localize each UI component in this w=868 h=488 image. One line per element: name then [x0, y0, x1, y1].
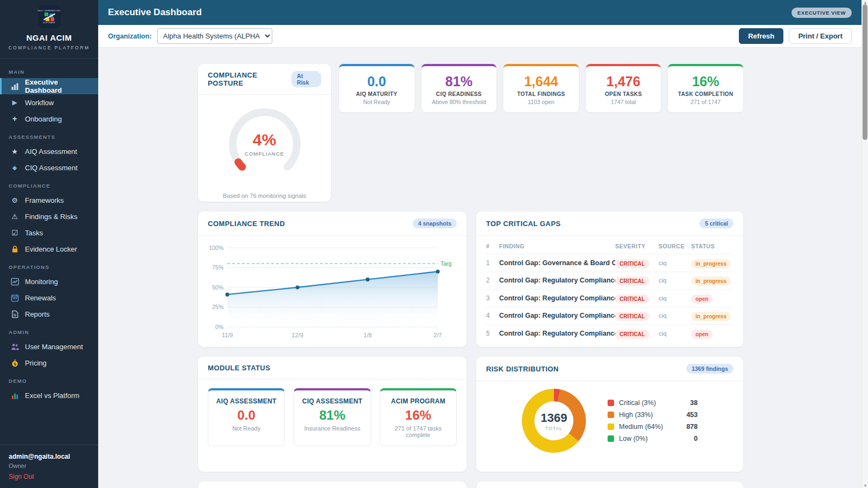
source-cell: ciq [659, 295, 691, 301]
sidebar-item-label: Frameworks [25, 196, 64, 204]
dashboard-icon [10, 82, 19, 91]
sidebar-item-workflow[interactable]: ▶Workflow [0, 94, 98, 111]
findings-warning-icon: ⚠ [10, 212, 19, 221]
below-fold-card-left [198, 481, 467, 488]
legend-label: Low (0%) [619, 435, 678, 442]
sidebar-item-aiq-assessment[interactable]: ★AIQ Assessment [0, 143, 98, 159]
sidebar-item-executive-dashboard[interactable]: Executive Dashboard [0, 78, 98, 94]
legend-value: 878 [682, 423, 698, 431]
sidebar-item-frameworks[interactable]: ⚙Frameworks [0, 192, 98, 208]
sidebar-item-ciq-assessment[interactable]: ◆CIQ Assessment [0, 159, 98, 176]
row-number: 4 [486, 312, 499, 319]
sidebar-item-user-management[interactable]: User Management [0, 338, 98, 355]
sign-out-link[interactable]: Sign Out [9, 473, 90, 480]
logo-top-text: NEXT GENERATIONS [38, 10, 61, 12]
sidebar-item-evidence-locker[interactable]: Evidence Locker [0, 241, 98, 257]
sidebar-item-label: AIQ Assessment [25, 147, 77, 156]
onboarding-plus-icon: + [10, 114, 19, 123]
stat-subtext: 1103 open [528, 99, 554, 105]
sidebar-item-label: Monitoring [25, 278, 58, 286]
sidebar-item-monitoring[interactable]: Monitoring [0, 273, 98, 290]
risk-title: RISK DISTRIBUTION [486, 365, 559, 373]
stat-subtext: Above 80% threshold [432, 99, 486, 105]
compliance-gauge: 4% COMPLIANCE [224, 102, 305, 184]
stat-card-aiq-maturity: 0.0AIQ MATURITYNot Ready [339, 64, 414, 112]
sidebar-footer: admin@ngaita.local Owner Sign Out [0, 445, 98, 488]
legend-swatch [608, 435, 614, 442]
logo-bottom-text: SOFTWARE [43, 22, 55, 24]
organization-select[interactable]: Alpha Health Systems (ALPHA) [157, 28, 272, 44]
svg-text:0%: 0% [215, 324, 224, 330]
risk-legend: Critical (3%)38High (33%)453Medium (64%)… [608, 399, 698, 442]
column-header-status: STATUS [691, 243, 733, 249]
status-cell: open [691, 293, 733, 303]
stat-card-open-tasks: 1,476OPEN TASKS1747 total [586, 64, 661, 112]
module-title: ACIM PROGRAM [384, 397, 453, 405]
stat-subtext: Not Ready [363, 99, 390, 105]
sidebar-item-label: Executive Dashboard [25, 78, 90, 94]
table-header-row: #FINDINGSEVERITYSOURCESTATUS [486, 238, 733, 254]
scrollbar-up-arrow[interactable]: ▲ [862, 1, 868, 4]
scrollbar-thumb[interactable] [863, 4, 867, 140]
sidebar-item-onboarding[interactable]: +Onboarding [0, 111, 98, 127]
top-header: Executive Dashboard EXECUTIVE VIEW [98, 0, 861, 25]
refresh-button[interactable]: Refresh [739, 28, 783, 44]
table-row[interactable]: 5Control Gap: Regulatory ComplianceCRITI… [486, 325, 733, 343]
sidebar-section-demo: DEMO [0, 371, 98, 387]
excel-chart-icon [10, 391, 19, 400]
print-export-button[interactable]: Print / Export [789, 28, 852, 44]
stat-subtext: 1747 total [611, 99, 636, 105]
module-subcard-ciq-assessment: CIQ ASSESSMENT81%Insurance Readiness [293, 388, 371, 446]
sidebar-item-label: User Management [25, 343, 83, 351]
gaps-title: TOP CRITICAL GAPS [486, 220, 561, 228]
stat-value: 1,644 [524, 74, 558, 89]
severity-badge: CRITICAL [615, 330, 649, 339]
risk-distribution-card: RISK DISTRIBUTION 1369 findings 1369 TOT… [476, 357, 743, 472]
table-row[interactable]: 2Control Gap: Regulatory ComplianceCRITI… [486, 272, 733, 290]
sidebar-item-label: Excel vs Platform [25, 391, 79, 400]
scrollbar-down-arrow[interactable]: ▼ [862, 484, 868, 487]
module-subtext: Insurance Readiness [297, 425, 367, 432]
stat-label: TOTAL FINDINGS [517, 91, 565, 97]
risk-total-label: TOTAL [545, 426, 563, 431]
stat-cards-row: 0.0AIQ MATURITYNot Ready81%CIQ READINESS… [339, 64, 743, 202]
table-row[interactable]: 4Control Gap: Regulatory ComplianceCRITI… [486, 307, 733, 325]
severity-cell: CRITICAL [615, 293, 659, 303]
sidebar-item-pricing[interactable]: $Pricing [0, 355, 98, 371]
frameworks-gear-icon: ⚙ [10, 196, 19, 204]
sidebar-section-admin: ADMIN [0, 322, 98, 338]
sidebar-item-renewals[interactable]: Renewals [0, 290, 98, 306]
stat-card-task-completion: 16%TASK COMPLETION271 of 1747 [668, 64, 743, 112]
module-subcard-acim-program: ACIM PROGRAM16%271 of 1747 tasks complet… [380, 388, 457, 446]
sidebar-item-tasks[interactable]: ☑Tasks [0, 224, 98, 241]
stat-label: TASK COMPLETION [678, 91, 733, 97]
critical-gaps-table: #FINDINGSEVERITYSOURCESTATUS1Control Gap… [476, 236, 743, 343]
brand-title: NGAI ACIM [27, 33, 72, 42]
svg-text:25%: 25% [212, 304, 224, 310]
legend-value: 38 [682, 399, 698, 407]
brand-subtitle: COMPLIANCE PLATFORM [9, 45, 90, 50]
top-critical-gaps-card: TOP CRITICAL GAPS 5 critical #FINDINGSEV… [476, 211, 743, 347]
star-icon: ★ [10, 147, 19, 156]
page-scrollbar[interactable]: ▲ ▼ [861, 0, 868, 488]
source-cell: ciq [659, 260, 691, 266]
row-number: 2 [486, 277, 499, 284]
table-row[interactable]: 1Control Gap: Governance & Board Oversi.… [486, 254, 733, 272]
status-badge: open [691, 294, 713, 304]
table-row[interactable]: 3Control Gap: Regulatory ComplianceCRITI… [486, 290, 733, 307]
row-number: 1 [486, 259, 499, 267]
executive-view-badge: EXECUTIVE VIEW [792, 8, 852, 18]
page-title: Executive Dashboard [108, 7, 202, 18]
legend-label: High (33%) [619, 411, 678, 419]
sidebar-item-label: CIQ Assessment [25, 164, 78, 172]
sidebar-item-reports[interactable]: Reports [0, 306, 98, 322]
sidebar-item-excel-vs-platform[interactable]: Excel vs Platform [0, 387, 98, 403]
trend-line-chart: 0%25%50%75%100%11/912/91/82/7Targ [203, 239, 456, 342]
workflow-play-icon: ▶ [10, 98, 19, 107]
severity-badge: CRITICAL [615, 277, 649, 286]
status-cell: in_progress [691, 311, 733, 320]
svg-text:50%: 50% [212, 284, 224, 291]
sidebar-item-findings-risks[interactable]: ⚠Findings & Risks [0, 208, 98, 224]
legend-swatch [608, 412, 614, 418]
compliance-trend-card: COMPLIANCE TREND 4 snapshots 0%25%50%75%… [198, 211, 467, 347]
